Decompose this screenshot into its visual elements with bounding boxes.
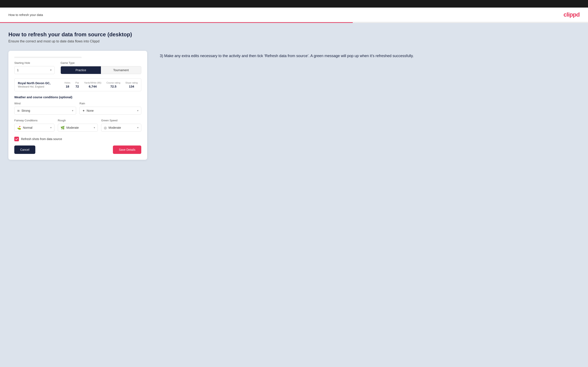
- wind-select-wrapper: ≋ Strong Light None ▼: [14, 107, 76, 115]
- wind-rain-row: Wind ≋ Strong Light None ▼ Rain ✦: [14, 102, 141, 115]
- cancel-button[interactable]: Cancel: [14, 145, 35, 154]
- par-value: 72: [76, 85, 79, 88]
- holes-label: Holes: [65, 82, 70, 84]
- holes-value: 18: [65, 85, 70, 88]
- rough-select-wrapper: 🌿 Moderate Light Heavy ▼: [58, 124, 98, 132]
- practice-button[interactable]: Practice: [61, 66, 101, 74]
- right-panel: 3) Make any extra edits necessary to the…: [160, 51, 579, 59]
- course-info-box: Royal North Devon GC, Westward Hol, Engl…: [14, 78, 141, 91]
- form-actions: Cancel Save Details: [14, 145, 141, 154]
- starting-hole-select[interactable]: 1 2 10: [14, 66, 55, 74]
- fairway-select[interactable]: Normal Firm Soft: [23, 124, 52, 131]
- starting-hole-label: Starting Hole: [14, 61, 55, 65]
- fairway-select-wrapper: ⛳ Normal Firm Soft ▼: [14, 124, 54, 132]
- main-content: How to refresh your data from source (de…: [0, 23, 588, 367]
- course-rating-label: Course rating: [106, 82, 120, 84]
- rough-label: Rough: [58, 119, 98, 122]
- rain-select-wrapper: ✦ None Light Heavy ▼: [79, 107, 141, 115]
- refresh-checkbox[interactable]: [14, 137, 19, 141]
- page-subtitle: Ensure the correct and most up to date d…: [9, 40, 579, 43]
- slope-rating-stat: Slope rating 134: [125, 82, 138, 88]
- rough-group: Rough 🌿 Moderate Light Heavy ▼: [58, 119, 98, 132]
- course-rating-stat: Course rating 72.5: [106, 82, 120, 88]
- rain-label: Rain: [79, 102, 141, 105]
- starting-hole-select-wrapper: 1 2 10 ▼: [14, 66, 55, 74]
- green-speed-select-wrapper: ◎ Moderate Fast Slow ▼: [101, 124, 141, 132]
- tournament-button[interactable]: Tournament: [101, 66, 141, 74]
- fairway-rough-green-row: Fairway Conditions ⛳ Normal Firm Soft ▼ …: [14, 119, 141, 132]
- game-type-buttons: Practice Tournament: [61, 66, 141, 74]
- course-name-block: Royal North Devon GC, Westward Hol, Engl…: [18, 82, 51, 88]
- header: How to refresh your data clippd: [0, 8, 588, 22]
- course-rating-value: 72.5: [106, 85, 120, 88]
- header-title: How to refresh your data: [9, 13, 43, 17]
- course-name: Royal North Devon GC,: [18, 82, 51, 85]
- wind-icon: ≋: [17, 109, 20, 113]
- green-speed-select[interactable]: Moderate Fast Slow: [108, 124, 138, 131]
- par-label: Par: [76, 82, 79, 84]
- starting-hole-group: Starting Hole 1 2 10 ▼: [14, 61, 55, 74]
- conditions-heading: Weather and course conditions (optional): [14, 96, 141, 99]
- course-stats: Holes 18 Par 72 Yards/White (M)) 6,744 C…: [65, 82, 138, 88]
- wind-group: Wind ≋ Strong Light None ▼: [14, 102, 76, 115]
- green-speed-icon: ◎: [104, 126, 107, 130]
- yards-value: 6,744: [84, 85, 101, 88]
- green-speed-label: Green Speed: [101, 119, 141, 122]
- wind-label: Wind: [14, 102, 76, 105]
- game-type-label: Game Type: [61, 61, 141, 65]
- page-title: How to refresh your data from source (de…: [9, 31, 579, 38]
- rain-icon: ✦: [82, 109, 85, 113]
- course-location: Westward Hol, England: [18, 85, 51, 88]
- rain-group: Rain ✦ None Light Heavy ▼: [79, 102, 141, 115]
- save-button[interactable]: Save Details: [113, 145, 141, 154]
- content-row: Starting Hole 1 2 10 ▼ Game Type Practic…: [9, 51, 579, 160]
- fairway-icon: ⛳: [17, 126, 21, 130]
- par-stat: Par 72: [76, 82, 79, 88]
- holes-stat: Holes 18: [65, 82, 70, 88]
- instructions-text: 3) Make any extra edits necessary to the…: [160, 53, 579, 59]
- checkmark-icon: [15, 138, 18, 141]
- rough-select[interactable]: Moderate Light Heavy: [66, 124, 95, 131]
- rain-select[interactable]: None Light Heavy: [86, 107, 138, 114]
- wind-select[interactable]: Strong Light None: [21, 107, 73, 114]
- game-type-group: Game Type Practice Tournament: [61, 61, 141, 74]
- refresh-label: Refresh shots from data source: [21, 137, 62, 141]
- slope-rating-value: 134: [125, 85, 138, 88]
- green-speed-group: Green Speed ◎ Moderate Fast Slow ▼: [101, 119, 141, 132]
- yards-label: Yards/White (M)): [84, 82, 101, 84]
- logo: clippd: [564, 11, 579, 18]
- top-form-row: Starting Hole 1 2 10 ▼ Game Type Practic…: [14, 61, 141, 74]
- fairway-label: Fairway Conditions: [14, 119, 54, 122]
- refresh-checkbox-row: Refresh shots from data source: [14, 137, 141, 141]
- rough-icon: 🌿: [61, 126, 65, 130]
- form-panel: Starting Hole 1 2 10 ▼ Game Type Practic…: [9, 51, 147, 160]
- top-bar: [0, 0, 588, 8]
- yards-stat: Yards/White (M)) 6,744: [84, 82, 101, 88]
- slope-rating-label: Slope rating: [125, 82, 138, 84]
- fairway-group: Fairway Conditions ⛳ Normal Firm Soft ▼: [14, 119, 54, 132]
